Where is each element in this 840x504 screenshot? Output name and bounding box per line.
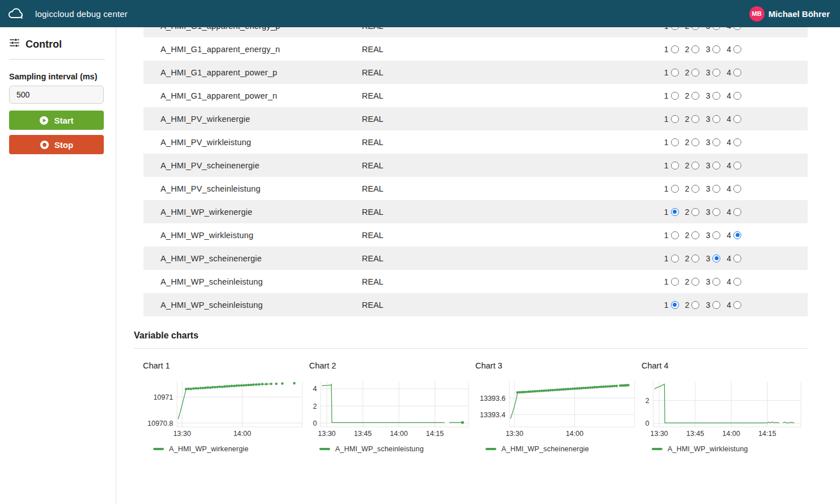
radio-option: 2	[685, 300, 700, 310]
radio-unselected[interactable]	[712, 27, 720, 30]
radio-unselected[interactable]	[733, 162, 741, 170]
radio-unselected[interactable]	[691, 69, 699, 77]
radio-option-label: 1	[664, 138, 669, 147]
radio-unselected[interactable]	[691, 45, 699, 53]
sampling-interval-input[interactable]	[9, 86, 104, 104]
radio-unselected[interactable]	[691, 162, 699, 170]
radio-unselected[interactable]	[712, 278, 720, 286]
start-button[interactable]: Start	[9, 111, 104, 130]
variable-name: A_HMI_PV_wirkenergie	[143, 115, 362, 124]
radio-unselected[interactable]	[691, 301, 699, 309]
svg-text:4: 4	[313, 386, 317, 393]
radio-option: 1	[664, 27, 679, 31]
sampling-interval-label: Sampling interval (ms)	[9, 72, 105, 81]
radio-unselected[interactable]	[712, 185, 720, 193]
variable-type: REAL	[362, 184, 475, 193]
radio-option-label: 2	[685, 231, 690, 240]
radio-unselected[interactable]	[691, 255, 699, 262]
radio-unselected[interactable]	[671, 255, 679, 262]
radio-unselected[interactable]	[691, 27, 699, 30]
radio-unselected[interactable]	[712, 208, 720, 216]
radio-unselected[interactable]	[712, 301, 720, 309]
radio-unselected[interactable]	[733, 301, 741, 309]
radio-unselected[interactable]	[671, 92, 679, 100]
radio-unselected[interactable]	[733, 115, 741, 123]
svg-text:13:30: 13:30	[651, 430, 668, 438]
radio-selected[interactable]	[671, 301, 679, 309]
radio-option-label: 3	[706, 27, 710, 31]
radio-option-label: 3	[706, 138, 710, 147]
radio-option-label: 3	[706, 231, 710, 240]
radio-unselected[interactable]	[691, 278, 699, 286]
stop-button[interactable]: Stop	[9, 135, 104, 154]
radio-option: 1	[664, 161, 679, 170]
radio-option: 3	[706, 231, 720, 240]
variable-type: REAL	[362, 231, 475, 240]
variable-name: A_HMI_WP_scheinleistung	[143, 300, 362, 310]
radio-unselected[interactable]	[671, 115, 679, 123]
chart-card: Chart 213:3013:4514:0014:15024A_HMI_WP_s…	[309, 361, 475, 453]
radio-unselected[interactable]	[671, 138, 679, 146]
table-row: A_HMI_PV_wirkenergieREAL1234	[143, 107, 808, 130]
variable-type: REAL	[362, 27, 475, 31]
radio-unselected[interactable]	[671, 278, 679, 286]
radio-unselected[interactable]	[671, 162, 679, 170]
radio-unselected[interactable]	[671, 45, 679, 53]
variable-name: A_HMI_G1_apparent_energy_n	[143, 45, 362, 54]
radio-option-label: 1	[664, 68, 669, 77]
radio-option-label: 1	[664, 207, 669, 217]
radio-unselected[interactable]	[691, 92, 699, 100]
radio-unselected[interactable]	[733, 185, 741, 193]
radio-option-label: 4	[727, 115, 731, 124]
radio-unselected[interactable]	[733, 45, 741, 53]
radio-option: 4	[727, 27, 741, 31]
radio-unselected[interactable]	[712, 45, 720, 53]
table-row: A_HMI_PV_wirkleistungREAL1234	[143, 130, 808, 154]
radio-unselected[interactable]	[712, 162, 720, 170]
chart-plot: 13:3013:4514:0014:1502	[641, 377, 806, 442]
radio-unselected[interactable]	[691, 231, 699, 239]
radio-unselected[interactable]	[733, 278, 741, 286]
radio-unselected[interactable]	[712, 138, 720, 146]
radio-option-label: 4	[727, 27, 731, 31]
radio-unselected[interactable]	[712, 92, 720, 100]
variable-name: A_HMI_G1_apparent_energy_p	[143, 27, 362, 31]
radio-unselected[interactable]	[712, 69, 720, 77]
radio-option-label: 3	[706, 68, 710, 77]
radio-unselected[interactable]	[733, 92, 741, 100]
radio-unselected[interactable]	[733, 255, 741, 262]
radio-option-label: 3	[706, 161, 710, 170]
radio-selected[interactable]	[712, 255, 720, 262]
radio-unselected[interactable]	[691, 185, 699, 193]
radio-selected[interactable]	[733, 231, 741, 239]
radio-selected[interactable]	[671, 208, 679, 216]
chart-plot: 13:3013:4514:0014:15024	[309, 377, 474, 442]
radio-unselected[interactable]	[712, 231, 720, 239]
radio-unselected[interactable]	[712, 115, 720, 123]
radio-unselected[interactable]	[733, 27, 741, 30]
stop-circle-icon	[40, 140, 49, 150]
chart-legend[interactable]: A_HMI_WP_wirkenergie	[153, 445, 309, 453]
radio-unselected[interactable]	[733, 69, 741, 77]
radio-unselected[interactable]	[671, 27, 679, 30]
chart-legend[interactable]: A_HMI_WP_scheinenergie	[486, 445, 641, 453]
radio-option-label: 4	[727, 68, 731, 77]
radio-unselected[interactable]	[671, 185, 679, 193]
table-row: A_HMI_WP_scheinenergieREAL1234	[143, 247, 808, 270]
chart-radio-group: 1234	[664, 231, 808, 240]
radio-unselected[interactable]	[691, 138, 699, 146]
variable-name: A_HMI_WP_wirkleistung	[143, 231, 362, 240]
chart-legend[interactable]: A_HMI_WP_wirkleistung	[652, 445, 808, 453]
user-menu[interactable]: MB Michael Böhrer	[749, 6, 830, 22]
radio-unselected[interactable]	[671, 231, 679, 239]
radio-unselected[interactable]	[733, 208, 741, 216]
radio-unselected[interactable]	[733, 138, 741, 146]
legend-dash-icon	[652, 448, 662, 450]
radio-unselected[interactable]	[691, 208, 699, 216]
chart-legend[interactable]: A_HMI_WP_scheinleistung	[319, 445, 475, 453]
radio-option-label: 2	[685, 115, 690, 124]
radio-option: 4	[727, 231, 741, 240]
avatar[interactable]: MB	[749, 6, 765, 22]
radio-unselected[interactable]	[691, 115, 699, 123]
radio-unselected[interactable]	[671, 69, 679, 77]
